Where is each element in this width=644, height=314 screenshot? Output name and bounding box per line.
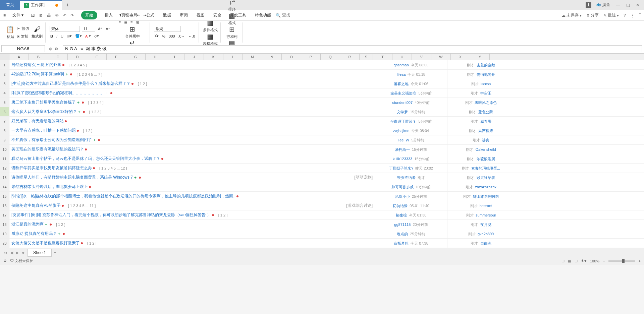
topic-cell[interactable]: [生活]身边发生过离自己最近是自杀事件是什么？后来都怎么样了？ [ 1 2 ] xyxy=(9,79,375,88)
page-links[interactable]: [ 1 2 ] xyxy=(138,82,147,86)
replier-link[interactable]: 害羞的企鹅 xyxy=(477,63,495,67)
row-header[interactable]: 11 xyxy=(0,154,9,163)
menu-tab-0[interactable]: 开始 xyxy=(81,11,97,19)
topic-cell[interactable]: 浙江是真的流弊啊 + [ 1 2 ] xyxy=(9,220,375,229)
topic-link[interactable]: 这么多人认为拳皇97比拳皇13好的？ xyxy=(11,109,77,115)
col-header[interactable]: U xyxy=(392,54,412,60)
redo-icon[interactable]: ↷ xyxy=(70,12,74,18)
zoom-slider[interactable] xyxy=(608,260,635,262)
preview-icon[interactable]: 👁 xyxy=(54,12,60,18)
page-links[interactable]: [ 1 2 3 4 ] xyxy=(88,101,104,105)
topic-cell[interactable]: 侠隐阁这主角真有P5的影子 [ 1 2 3 4 5 ... 11 ][游戏综合讨… xyxy=(9,201,375,210)
row-header[interactable]: 1 xyxy=(0,60,9,69)
copy-button[interactable]: ⎘ 复制 xyxy=(16,33,30,40)
tab-workbook[interactable]: S 工作簿1 xyxy=(20,0,62,10)
col-header[interactable]: S xyxy=(360,54,373,60)
row-header[interactable]: 14 xyxy=(0,182,9,191)
col-header[interactable]: M xyxy=(243,54,262,60)
author-link[interactable]: Tee_W xyxy=(398,138,409,142)
topic-cell[interactable]: 居然还有这么'三观正'的外国 [ 1 2 3 4 5 ] xyxy=(9,60,375,69)
topic-link[interactable]: [我疯了][突然炼铜]我特么的宛枉啊。。。。。。。。 xyxy=(11,90,104,96)
col-header[interactable]: G xyxy=(126,54,146,60)
topic-link[interactable]: 侠隐阁这主角真有P5的影子 xyxy=(11,203,61,208)
align-right-icon[interactable]: ≡ xyxy=(130,19,133,25)
col-header[interactable]: C xyxy=(48,54,68,60)
topic-link[interactable]: 42的话172 70kg算不算tank啊 xyxy=(11,71,64,77)
col-header[interactable]: A xyxy=(9,54,29,60)
topic-link[interactable]: [生活]身边发生过离自己最近是自杀事件是什么？后来都怎么样了？ xyxy=(11,81,130,86)
moyu-button[interactable]: 🐟 摸鱼 xyxy=(595,1,611,9)
format-button[interactable]: ▦格式 xyxy=(228,12,236,25)
row-header[interactable]: 5 xyxy=(0,98,9,107)
zoom-out-icon[interactable]: − xyxy=(603,259,605,263)
topic-link[interactable]: 居然还有这么'三观正'的外国 xyxy=(11,62,61,68)
replier-link[interactable]: 键山雄啊啊啊啊 xyxy=(473,194,499,198)
help-icon[interactable]: ? xyxy=(624,12,626,18)
unsaved-button[interactable]: ☁ 未保存 ▾ xyxy=(561,12,582,18)
author-link[interactable]: 背叛梦想 xyxy=(394,241,409,245)
fill-color-icon[interactable]: 🪣▾ xyxy=(74,33,83,39)
sort-button[interactable]: ↓ᴬ排序 xyxy=(228,0,236,12)
menu-tab-1[interactable]: 插入 xyxy=(103,11,114,19)
topic-link[interactable]: 唐三笔下主角开始用平民生命修炼了 xyxy=(11,100,76,105)
topic-cell[interactable]: 联动马云黄山那个帖子，马云也不是退休了吗，怎么还天天管阿里大小事，返聘了？ xyxy=(9,154,375,163)
fx-cancel-icon[interactable]: ⊗ xyxy=(49,47,52,51)
row-header[interactable]: 4 xyxy=(0,88,9,98)
bold-icon[interactable]: B xyxy=(50,33,54,39)
settings-icon[interactable]: ⚙ xyxy=(3,259,7,263)
topic-cell[interactable]: [我疯了][突然炼铜]我特么的宛枉啊。。。。。。。。 + xyxy=(9,88,375,98)
merge-button[interactable]: ⊞合并居中 xyxy=(125,25,140,39)
col-header[interactable]: W xyxy=(431,54,451,60)
number-format-select[interactable] xyxy=(154,26,181,32)
col-header[interactable]: T xyxy=(373,54,392,60)
row-header[interactable]: 16 xyxy=(0,201,9,210)
zoom-value[interactable]: 100% xyxy=(590,259,599,263)
author-link[interactable]: kuilk123333 xyxy=(392,157,412,161)
clear-format-icon[interactable]: ◇▾ xyxy=(94,33,100,39)
menu-search[interactable]: 🔍 查找 xyxy=(276,12,290,18)
replier-link[interactable]: Oakensheild xyxy=(475,147,496,151)
collapse-icon[interactable]: ˇ xyxy=(639,12,641,18)
topic-link[interactable]: 诸位喵星人的们，有喵撒娇的主题电脑桌面背景，系统是 Windows 7 xyxy=(11,175,133,180)
row-header[interactable]: 10 xyxy=(0,145,9,154)
replier-link[interactable]: 风声松涛 xyxy=(478,129,493,133)
page-links[interactable]: [ 1 2 ] xyxy=(218,213,228,217)
topic-cell[interactable]: 唐三笔下主角开始用平民生命修炼了 + [ 1 2 3 4 ] xyxy=(9,98,375,107)
author-link[interactable]: lifeaa xyxy=(397,72,406,76)
page-links[interactable]: [ 1 2 3 4 5 ] xyxy=(69,63,87,67)
percent-icon[interactable]: % xyxy=(161,33,166,39)
col-header[interactable]: I xyxy=(165,54,184,60)
col-header[interactable]: F xyxy=(107,54,126,60)
topic-cell[interactable]: 女装大佬艾比是不是也整容跟打激素了 [ 1 2 ] xyxy=(9,239,375,248)
indent-right-icon[interactable]: ⇥ xyxy=(143,12,147,18)
view-page-icon[interactable]: ▦ xyxy=(568,259,571,263)
menu-tab-5[interactable]: 审阅 xyxy=(178,11,189,19)
justify-icon[interactable]: ⊞ xyxy=(136,19,140,25)
topic-link[interactable]: 一大早有点感慨，吐槽一下感情问题 xyxy=(11,128,76,133)
menu-icon[interactable]: ≡ xyxy=(3,13,6,18)
replier-link[interactable]: zhzhzhzhzhx xyxy=(475,185,496,189)
page-links[interactable]: [ 1 2 3 ] xyxy=(89,110,102,114)
protect-status[interactable]: 🛡 文档未保护 xyxy=(10,258,33,263)
topic-cell[interactable]: 不知真假，有家瑞士公司因为公知造谣倒闭了 + xyxy=(9,135,375,144)
author-link[interactable]: zwjhajime xyxy=(393,129,409,133)
zoom-in-icon[interactable]: + xyxy=(639,259,641,263)
replier-link[interactable]: 讲真 xyxy=(482,138,489,142)
replier-link[interactable]: 宇宙王 xyxy=(480,91,491,95)
topic-cell[interactable]: 好兄弟萌，有无看动漫的网站 xyxy=(9,117,375,126)
row-header[interactable]: 3 xyxy=(0,79,9,88)
col-header[interactable]: Q xyxy=(321,54,340,60)
align-top-icon[interactable]: ⬆ xyxy=(118,12,122,18)
replier-link[interactable]: 夜月胧 xyxy=(480,223,491,227)
view-read-icon[interactable]: 👁▾ xyxy=(581,259,587,263)
col-header[interactable]: K xyxy=(204,54,223,60)
page-links[interactable]: [ 1 2 ] xyxy=(87,241,97,245)
sheet-nav-prev-icon[interactable]: ◀ xyxy=(9,250,14,256)
topic-link[interactable]: 好兄弟萌，有无看动漫的网站 xyxy=(11,118,64,124)
comma-icon[interactable]: 000 xyxy=(168,33,175,39)
sheet-nav-last-icon[interactable]: ⏭ xyxy=(21,250,26,256)
close-icon[interactable]: ✕ xyxy=(635,1,641,9)
menu-tab-4[interactable]: 数据 xyxy=(162,11,172,19)
decimal-dec-icon[interactable]: ←.0 xyxy=(188,33,196,39)
underline-icon[interactable]: U xyxy=(60,33,64,39)
